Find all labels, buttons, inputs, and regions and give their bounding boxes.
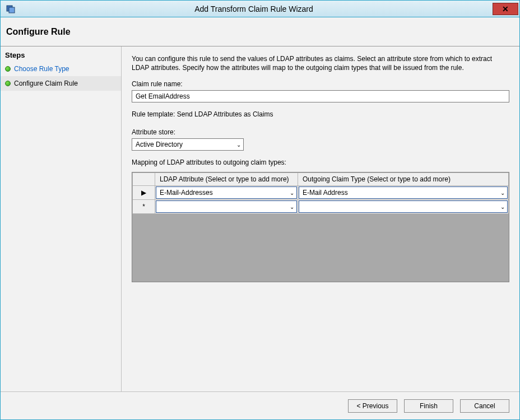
window-title: Add Transform Claim Rule Wizard [15,4,493,13]
outgoing-claim-select[interactable]: E-Mail Address ⌄ [299,186,508,199]
row-indicator: * [133,200,155,214]
row-indicator: ▶ [133,186,155,200]
close-button[interactable]: ✕ [493,3,518,15]
ldap-attribute-header: LDAP Attribute (Select or type to add mo… [155,173,298,186]
steps-sidebar: Steps Choose Rule Type Configure Claim R… [1,46,122,391]
previous-button[interactable]: < Previous [348,399,397,413]
chevron-down-icon: ⌄ [236,142,241,148]
ldap-attribute-select[interactable]: ⌄ [156,200,297,213]
chevron-down-icon: ⌄ [290,190,294,196]
attribute-store-select[interactable]: Active Directory ⌄ [132,138,244,151]
row-header-blank [133,173,155,186]
page-header: Configure Rule [1,17,519,46]
chevron-down-icon: ⌄ [290,204,294,210]
ldap-attribute-select[interactable]: E-Mail-Addresses ⌄ [156,186,297,199]
attribute-store-value: Active Directory [136,141,183,148]
step-link[interactable]: Choose Rule Type [14,65,69,73]
outgoing-claim-value: E-Mail Address [303,189,348,197]
cancel-button[interactable]: Cancel [460,399,509,413]
wizard-footer: < Previous Finish Cancel [1,391,519,419]
ldap-attribute-value: E-Mail-Addresses [160,189,213,197]
outgoing-claim-header: Outgoing Claim Type (Select or type to a… [298,173,509,186]
chevron-down-icon: ⌄ [500,190,505,196]
close-icon: ✕ [502,4,509,13]
step-choose-rule-type[interactable]: Choose Rule Type [1,62,121,76]
chevron-down-icon: ⌄ [500,204,505,210]
table-row: * ⌄ ⌄ [133,200,509,214]
finish-button[interactable]: Finish [404,399,453,413]
app-icon [6,4,15,13]
step-configure-claim-rule[interactable]: Configure Claim Rule [1,76,121,91]
step-bullet-icon [5,66,11,72]
main-panel: You can configure this rule to send the … [122,46,519,391]
spacer [132,282,509,391]
page-title: Configure Rule [6,27,71,37]
step-label: Configure Claim Rule [14,80,78,87]
claim-rule-name-label: Claim rule name: [132,80,509,88]
mapping-table-container: LDAP Attribute (Select or type to add mo… [132,172,509,282]
mapping-table: LDAP Attribute (Select or type to add mo… [132,172,509,214]
step-bullet-icon [5,81,11,86]
current-row-icon: ▶ [141,189,146,197]
table-row: ▶ E-Mail-Addresses ⌄ E-Mail Address [133,186,509,200]
titlebar: Add Transform Claim Rule Wizard ✕ [1,1,519,17]
attribute-store-label: Attribute store: [132,128,509,136]
svg-rect-1 [9,7,15,13]
steps-heading: Steps [1,50,121,62]
mapping-label: Mapping of LDAP attributes to outgoing c… [132,158,509,166]
outgoing-claim-select[interactable]: ⌄ [299,200,508,213]
description-text: You can configure this rule to send the … [132,54,509,72]
claim-rule-name-input[interactable] [132,90,509,102]
rule-template-label: Rule template: Send LDAP Attributes as C… [132,110,509,118]
wizard-window: Add Transform Claim Rule Wizard ✕ Config… [0,0,520,420]
body: Steps Choose Rule Type Configure Claim R… [1,46,519,391]
new-row-icon: * [142,203,145,211]
